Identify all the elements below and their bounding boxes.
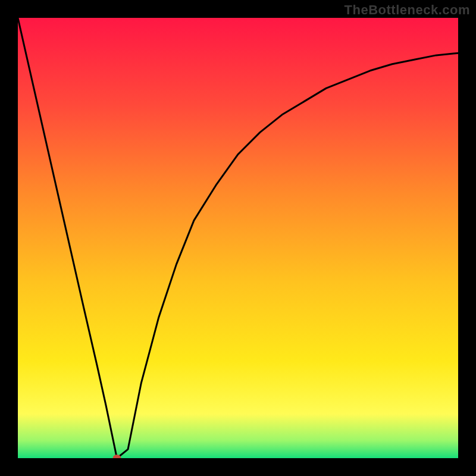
chart-frame: TheBottleneck.com [0,0,476,476]
watermark-text: TheBottleneck.com [345,2,470,18]
gradient-background [18,18,458,458]
chart-svg [18,18,458,458]
plot-area [18,18,458,458]
